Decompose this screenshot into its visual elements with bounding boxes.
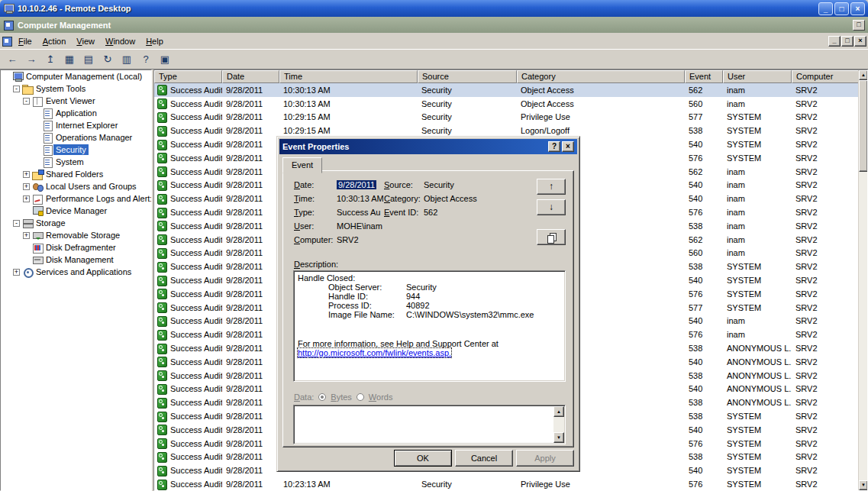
column-header[interactable]: Source (418, 70, 517, 83)
success-audit-icon (156, 302, 168, 312)
tree-expand-toggle[interactable]: - (23, 98, 30, 105)
tree-expand-toggle[interactable]: + (23, 183, 30, 190)
tree-expand-toggle[interactable]: + (13, 269, 20, 276)
tree-item[interactable]: + Shared Folders (1, 168, 151, 180)
tree-item[interactable]: + Removable Storage (1, 229, 151, 241)
defrag-icon (32, 243, 44, 253)
forward-icon[interactable]: → (22, 51, 40, 68)
dialog-help-button[interactable]: ? (548, 141, 560, 152)
menu-item[interactable]: Action (37, 34, 72, 48)
menu-item[interactable]: View (71, 34, 100, 48)
rdp-minimize-button[interactable]: _ (818, 2, 833, 15)
previous-event-button[interactable]: ↑ (537, 179, 566, 195)
mdi-minimize-button[interactable]: _ (828, 36, 841, 47)
tree-item[interactable]: Disk Defragmenter (1, 241, 151, 254)
dialog-close-button[interactable]: × (562, 141, 574, 152)
vertical-scrollbar[interactable]: ▲ ▼ (858, 70, 867, 490)
tree-item[interactable]: + Performance Logs and Alert: (1, 192, 151, 205)
rdp-close-button[interactable]: × (850, 2, 865, 15)
scroll-up-icon[interactable]: ▲ (859, 70, 868, 80)
next-event-button[interactable]: ↓ (537, 199, 566, 215)
tree-item[interactable]: System (1, 156, 151, 168)
column-header[interactable]: Category (517, 70, 685, 83)
tree-item[interactable]: Computer Management (Local) (1, 70, 151, 82)
words-radio[interactable] (357, 393, 364, 401)
tree-expand-toggle[interactable]: + (23, 195, 30, 202)
tree-item[interactable]: Security (1, 144, 151, 156)
menu-item[interactable]: Help (140, 34, 169, 48)
scroll-down-icon[interactable]: ▼ (859, 480, 868, 490)
cell-type-text: Success Audit (170, 357, 222, 367)
menu-item[interactable]: File (13, 34, 37, 48)
cell-type: Success Audit (154, 301, 222, 315)
column-header[interactable]: Type (154, 70, 222, 83)
export-list-icon[interactable]: ▥ (118, 51, 136, 68)
tab-event[interactable]: Event (282, 157, 322, 173)
properties-icon[interactable]: ▤ (79, 51, 98, 68)
tree-item[interactable]: Internet Explorer (1, 119, 151, 131)
cell-type: Success Audit (154, 137, 222, 151)
cell-event: 576 (685, 151, 723, 165)
dialog-titlebar[interactable]: Event Properties ? × (279, 139, 577, 154)
mdi-restore-button[interactable]: □ (841, 36, 853, 47)
column-header[interactable]: Time (279, 70, 418, 83)
scrollbar-thumb[interactable] (859, 80, 868, 172)
cell-type: Success Audit (154, 247, 222, 260)
up-icon[interactable]: ↥ (41, 51, 60, 68)
refresh-icon[interactable]: ↻ (98, 51, 117, 68)
copy-icon (547, 233, 557, 242)
mdi-close-button[interactable]: × (854, 36, 866, 47)
data-scroll-down-icon[interactable]: ▼ (553, 432, 564, 443)
event-row[interactable]: Success Audit 9/28/2011 10:30:13 AM Secu… (154, 97, 867, 111)
tree-expand-toggle[interactable]: + (23, 232, 30, 239)
back-icon[interactable]: ← (3, 51, 21, 68)
cell-date: 9/28/2011 (222, 273, 279, 287)
cell-event: 576 (685, 437, 723, 451)
copy-event-button[interactable] (537, 229, 566, 245)
tree-item[interactable]: Disk Management (1, 254, 151, 266)
cancel-button[interactable]: Cancel (455, 450, 513, 467)
tree-item[interactable]: - Event Viewer (1, 95, 151, 107)
data-scroll-up-icon[interactable]: ▲ (553, 406, 564, 417)
tree-item[interactable]: Application (1, 107, 151, 119)
column-header[interactable]: User (723, 70, 792, 83)
tree-item[interactable]: - System Tools (1, 82, 151, 95)
ok-button[interactable]: OK (394, 450, 452, 467)
console-window-icon[interactable]: ▣ (156, 51, 174, 68)
data-scrollbar[interactable]: ▲ ▼ (553, 406, 564, 443)
tree-item[interactable]: + Services and Applications (1, 266, 151, 278)
tree-expand-toggle[interactable]: - (13, 86, 20, 92)
app-restore-button[interactable]: □ (853, 20, 865, 31)
tree-expand-toggle[interactable]: - (13, 220, 20, 227)
description-box[interactable]: Handle Closed: Object Server: Security H… (293, 270, 566, 382)
menu-item[interactable]: Window (100, 34, 140, 48)
date-value[interactable]: 9/28/2011 (337, 180, 376, 189)
tree-item-label: System Tools (34, 83, 88, 94)
event-row[interactable]: Success Audit 9/28/2011 10:23:13 AM Secu… (154, 477, 867, 491)
console-window-icon[interactable] (2, 36, 13, 46)
apply-button[interactable]: Apply (516, 450, 574, 467)
event-row[interactable]: Success Audit 9/28/2011 10:30:13 AM Secu… (154, 83, 867, 97)
event-row[interactable]: Success Audit 9/28/2011 10:29:15 AM Secu… (154, 111, 867, 124)
tree-item[interactable]: Device Manager (1, 205, 151, 217)
events-help-link[interactable]: http://go.microsoft.com/fwlink/events.as… (298, 348, 451, 357)
column-header[interactable]: Computer (792, 70, 862, 83)
tree-item[interactable]: Operations Manager (1, 131, 151, 144)
data-box[interactable]: ▲ ▼ (293, 405, 566, 444)
column-header[interactable]: Event (685, 70, 723, 83)
tree-item[interactable]: + Local Users and Groups (1, 180, 151, 192)
cell-date: 9/28/2011 (222, 287, 279, 301)
cell-date: 9/28/2011 (222, 260, 279, 273)
success-audit-icon (156, 126, 168, 136)
cell-computer: SRV2 (792, 192, 862, 205)
rdp-restore-button[interactable]: □ (834, 2, 849, 15)
show-hide-tree-icon[interactable]: ▦ (60, 51, 79, 68)
success-audit-icon (156, 166, 168, 176)
success-audit-icon (156, 153, 168, 163)
help-icon[interactable]: ? (137, 51, 155, 68)
tree-item[interactable]: - Storage (1, 217, 151, 229)
column-header[interactable]: Date (222, 70, 279, 83)
bytes-radio[interactable] (318, 393, 326, 401)
tree-expand-toggle[interactable]: + (23, 171, 30, 178)
cell-computer: SRV2 (792, 97, 862, 111)
